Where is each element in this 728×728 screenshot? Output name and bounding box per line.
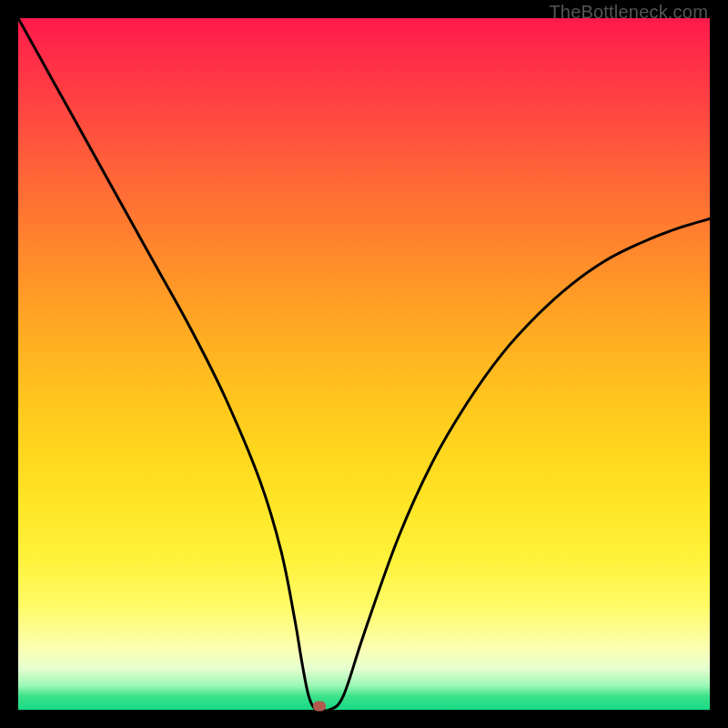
plot-area — [18, 18, 710, 710]
chart-frame: TheBottleneck.com — [0, 0, 728, 728]
optimum-marker — [313, 702, 326, 712]
curve-svg — [18, 18, 710, 710]
bottleneck-curve — [18, 18, 710, 710]
